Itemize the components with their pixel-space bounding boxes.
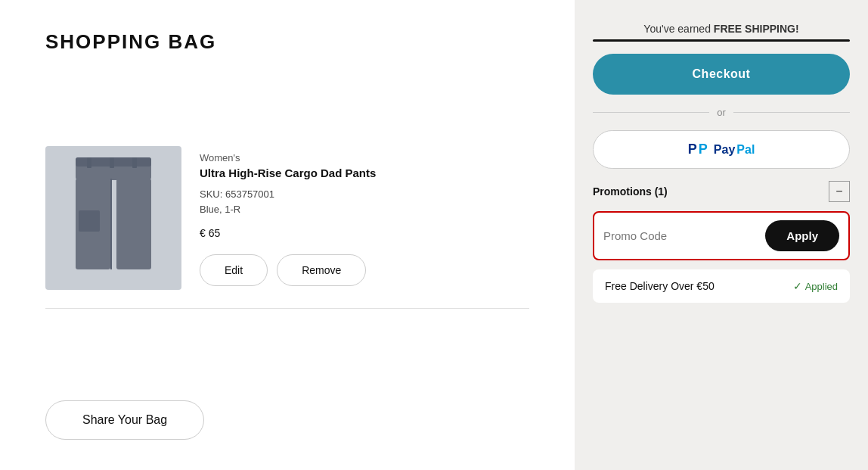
promotions-title: Promotions (1) [593, 185, 668, 198]
paypal-text-pay: Pay [714, 143, 735, 157]
promo-applied-status: ✓ Applied [793, 280, 838, 292]
paypal-text-pal: Pal [736, 143, 755, 157]
or-divider: or [593, 107, 850, 118]
share-bag-area: Share Your Bag [45, 400, 529, 440]
promo-applied-row: Free Delivery Over €50 ✓ Applied [593, 269, 850, 303]
shipping-notice: You've earned FREE SHIPPING! [593, 23, 850, 35]
or-label: or [717, 107, 726, 118]
product-actions: Edit Remove [200, 254, 529, 286]
paypal-icon-p: P [688, 142, 697, 157]
applied-text: Applied [805, 281, 838, 292]
promo-code-input[interactable] [603, 229, 759, 242]
share-bag-button[interactable]: Share Your Bag [45, 400, 204, 440]
right-panel: You've earned FREE SHIPPING! Checkout or… [575, 0, 868, 470]
paypal-icon-p2: P [699, 142, 708, 157]
svg-rect-6 [87, 157, 91, 168]
product-variant: Blue, 1-R [200, 204, 240, 215]
svg-rect-4 [79, 210, 100, 232]
page-title: SHOPPING BAG [45, 30, 529, 54]
promo-input-area: Apply [593, 211, 850, 260]
product-price: € 65 [200, 227, 529, 239]
edit-button[interactable]: Edit [200, 254, 268, 286]
shipping-notice-area: You've earned FREE SHIPPING! [593, 23, 850, 42]
product-name: Ultra High-Rise Cargo Dad Pants [200, 167, 529, 179]
product-meta: SKU: 653757001 Blue, 1-R [200, 187, 529, 219]
paypal-button[interactable]: PP PayPal [593, 130, 850, 169]
svg-rect-7 [110, 157, 114, 168]
paypal-logo: PP PayPal [688, 142, 755, 157]
check-icon: ✓ [793, 280, 802, 292]
collapse-button[interactable]: − [829, 181, 850, 202]
product-card: Women's Ultra High-Rise Cargo Dad Pants … [45, 146, 529, 309]
checkout-button[interactable]: Checkout [593, 54, 850, 95]
product-area: Women's Ultra High-Rise Cargo Dad Pants … [45, 76, 529, 378]
left-panel: SHOPPING BAG [0, 0, 575, 470]
svg-rect-8 [132, 157, 137, 168]
sku-value: 653757001 [225, 188, 274, 200]
shipping-prefix: You've earned [643, 23, 713, 35]
svg-rect-2 [116, 179, 151, 269]
promo-applied-label: Free Delivery Over €50 [605, 280, 715, 292]
product-category: Women's [200, 152, 529, 163]
remove-button[interactable]: Remove [277, 254, 366, 286]
sku-label: SKU: [200, 188, 222, 200]
product-info: Women's Ultra High-Rise Cargo Dad Pants … [200, 146, 529, 287]
promotions-header: Promotions (1) − [593, 181, 850, 202]
progress-bar [593, 39, 850, 42]
apply-button[interactable]: Apply [765, 220, 839, 251]
product-image [45, 146, 181, 290]
shipping-bold: FREE SHIPPING! [714, 23, 799, 35]
promotions-section: Promotions (1) − Apply Free Delivery Ove… [593, 181, 850, 303]
